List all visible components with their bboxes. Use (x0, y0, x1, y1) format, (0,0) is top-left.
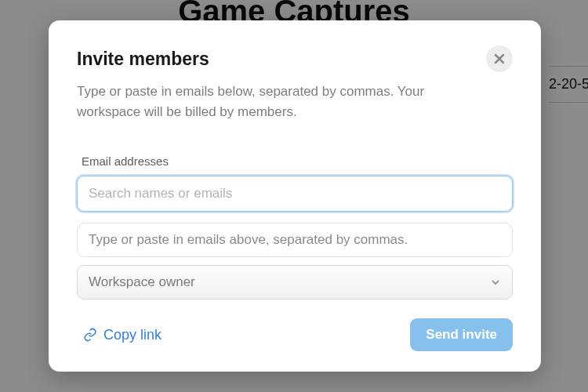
close-icon (494, 53, 505, 64)
link-icon (83, 328, 97, 342)
invite-members-modal: Invite members Type or paste in emails b… (49, 20, 541, 372)
modal-subtitle: Type or paste in emails below, separated… (77, 82, 485, 123)
send-invite-button[interactable]: Send invite (410, 318, 513, 351)
role-selected-label: Workspace owner (89, 274, 195, 290)
modal-header: Invite members (77, 49, 513, 72)
modal-footer: Copy link Send invite (77, 303, 513, 351)
copy-link-label: Copy link (103, 327, 162, 343)
email-field-label: Email addresses (77, 154, 513, 168)
role-select[interactable]: Workspace owner (77, 265, 513, 299)
copy-link-button[interactable]: Copy link (77, 327, 162, 343)
email-hint-text: Type or paste in emails above, separated… (89, 232, 408, 248)
email-hint: Type or paste in emails above, separated… (77, 223, 513, 257)
close-button[interactable] (486, 45, 513, 72)
chevron-down-icon (490, 277, 501, 288)
email-input[interactable] (77, 176, 513, 212)
send-invite-label: Send invite (426, 327, 497, 342)
modal-title: Invite members (77, 49, 209, 70)
